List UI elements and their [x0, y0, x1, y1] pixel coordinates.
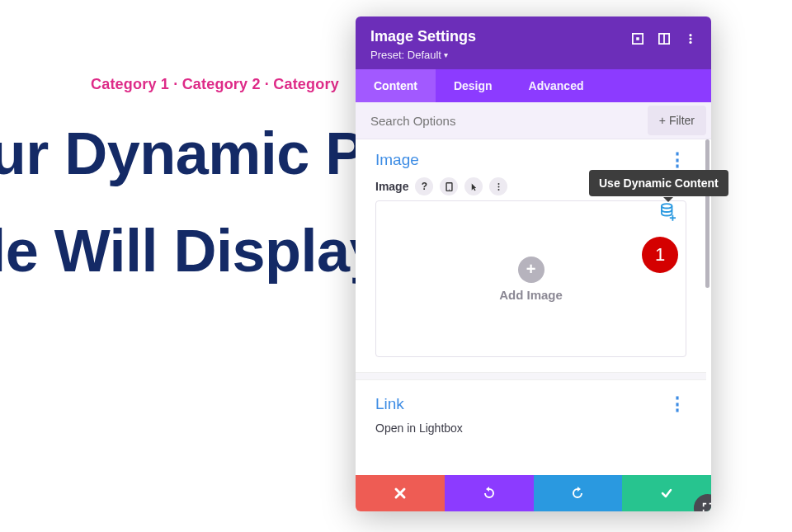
tab-bar: Content Design Advanced: [356, 69, 711, 102]
tab-content[interactable]: Content: [356, 69, 436, 102]
step-badge: 1: [642, 237, 678, 273]
dynamic-content-icon[interactable]: [661, 203, 676, 224]
panel-header: Image Settings Preset: Default: [356, 16, 711, 69]
more-icon[interactable]: [685, 33, 696, 45]
tablet-icon[interactable]: [440, 177, 458, 195]
link-section: Link ⋮ Open in Lightbox: [356, 380, 706, 435]
svg-point-9: [498, 183, 500, 185]
svg-rect-1: [636, 37, 639, 40]
add-image-label: Add Image: [499, 288, 563, 302]
link-section-menu-icon[interactable]: ⋮: [668, 395, 686, 413]
dynamic-content-tooltip: Use Dynamic Content: [589, 170, 728, 196]
tooltip-notch: [663, 197, 673, 202]
scrollbar-thumb[interactable]: [705, 139, 710, 288]
preset-dropdown[interactable]: Preset: Default: [370, 49, 632, 61]
search-bar: + Filter: [356, 102, 711, 139]
filter-label: Filter: [669, 114, 695, 127]
panel-header-icons: [632, 33, 696, 45]
help-icon[interactable]: ?: [415, 177, 433, 195]
add-image-plus-icon: +: [518, 257, 544, 283]
anchor-icon[interactable]: [632, 33, 644, 45]
svg-point-5: [689, 37, 691, 40]
hover-cursor-icon[interactable]: [464, 177, 483, 195]
svg-point-8: [449, 189, 450, 190]
image-field-label: Image: [375, 180, 408, 193]
plus-icon: +: [659, 114, 666, 127]
open-lightbox-label: Open in Lightbox: [375, 421, 686, 435]
image-section-head: Image ⋮: [375, 151, 686, 169]
undo-button[interactable]: [445, 475, 534, 511]
panel-title: Image Settings: [370, 28, 632, 45]
snap-icon[interactable]: [658, 33, 670, 45]
field-more-icon[interactable]: [489, 177, 507, 195]
panel-header-left: Image Settings Preset: Default: [370, 28, 632, 61]
cancel-button[interactable]: [356, 475, 445, 511]
image-section-menu-icon[interactable]: ⋮: [668, 151, 686, 169]
filter-button[interactable]: + Filter: [648, 106, 706, 135]
svg-point-12: [662, 204, 672, 208]
tab-advanced[interactable]: Advanced: [511, 69, 602, 102]
link-section-head: Link ⋮: [375, 395, 686, 413]
svg-point-11: [498, 188, 500, 190]
redo-button[interactable]: [534, 475, 623, 511]
panel-footer: [356, 475, 711, 511]
svg-point-4: [689, 34, 691, 36]
section-divider: [356, 372, 706, 380]
tooltip-text: Use Dynamic Content: [599, 177, 719, 190]
link-section-title: Link: [375, 395, 404, 413]
search-input[interactable]: [356, 104, 643, 138]
svg-point-6: [689, 41, 691, 44]
image-section-title: Image: [375, 151, 419, 169]
tab-design[interactable]: Design: [436, 69, 511, 102]
svg-point-10: [498, 186, 500, 187]
image-upload-box[interactable]: + Add Image: [375, 200, 686, 357]
step-number: 1: [655, 244, 665, 266]
